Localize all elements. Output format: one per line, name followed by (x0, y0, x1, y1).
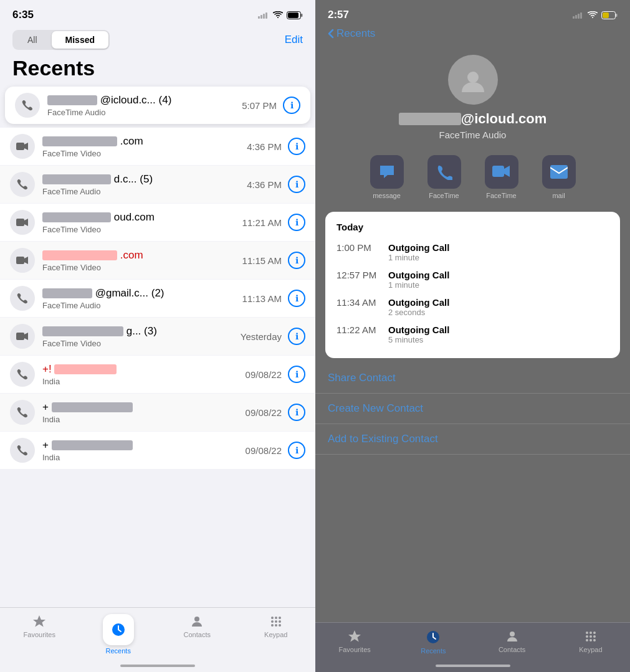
signal-icon (258, 11, 269, 19)
clock-icon-left (110, 622, 126, 638)
history-item-2: 12:57 PM Outgoing Call 1 minute (336, 266, 609, 293)
phone-icon-3 (16, 178, 29, 191)
tab-label-key-right: Keypad (579, 646, 602, 653)
call-item-4[interactable]: oud.com FaceTime Video 11:21 AM (0, 204, 315, 241)
tab-contacts-left[interactable]: Contacts (175, 614, 219, 655)
history-title-1: Outgoing Call (388, 242, 609, 253)
info-btn-2[interactable] (288, 138, 305, 155)
keypad-icon-right (583, 629, 598, 644)
svg-rect-25 (580, 12, 582, 19)
history-duration-2: 1 minute (388, 280, 609, 290)
tab-label-fav-right: Favourites (338, 646, 370, 653)
call-item-3[interactable]: d.c... (5) FaceTime Audio 4:36 PM (0, 166, 315, 203)
action-label-message: message (373, 192, 401, 199)
history-section: Today (336, 222, 609, 232)
action-label-mail: mail (552, 192, 565, 199)
svg-rect-30 (492, 166, 504, 177)
history-time-4: 11:22 AM (336, 324, 383, 335)
chevron-left-icon (328, 29, 334, 39)
create-contact-link[interactable]: Create New Contact (315, 394, 630, 424)
svg-rect-8 (16, 219, 24, 226)
history-title-4: Outgoing Call (388, 324, 609, 335)
segment-all[interactable]: All (14, 31, 51, 49)
history-item-3: 11:34 AM Outgoing Call 2 seconds (336, 293, 609, 321)
keypad-icon-left (269, 614, 284, 629)
call-info-2: .com FaceTime Video (42, 135, 247, 158)
tab-keypad-right[interactable]: Keypad (569, 629, 613, 655)
segment-row: All Missed Edit (0, 25, 315, 54)
info-btn-7[interactable] (288, 328, 305, 345)
back-button[interactable]: Recents (328, 27, 375, 40)
svg-point-13 (271, 617, 274, 619)
back-nav: Recents (315, 25, 630, 45)
call-item-6[interactable]: @gmail.c... (2) FaceTime Audio 11:13 AM (0, 280, 315, 317)
call-item-2[interactable]: .com FaceTime Video 4:36 PM (0, 128, 315, 165)
svg-point-37 (586, 635, 588, 638)
info-button[interactable] (283, 97, 300, 114)
person-icon-left (189, 614, 204, 629)
call-item-10[interactable]: + India 09/08/22 (0, 432, 315, 469)
svg-rect-22 (573, 16, 575, 19)
tab-contacts-right[interactable]: Contacts (490, 629, 534, 655)
tab-label-con-right: Contacts (499, 646, 525, 653)
call-item-5[interactable]: .com FaceTime Video 11:15 AM (0, 242, 315, 279)
edit-button[interactable]: Edit (285, 34, 303, 46)
action-message[interactable]: message (362, 155, 412, 199)
svg-point-12 (194, 617, 199, 622)
mail-icon (550, 165, 568, 179)
segment-missed[interactable]: Missed (52, 31, 108, 49)
tab-favourites-right[interactable]: Favourites (333, 629, 376, 655)
svg-point-15 (279, 617, 281, 619)
call-item-9[interactable]: + India 09/08/22 (0, 394, 315, 431)
star-icon-right (347, 629, 362, 644)
tab-bar-left: Favourites Recents Contacts (0, 607, 315, 672)
call-item-7[interactable]: g... (3) FaceTime Video Yesterday (0, 318, 315, 355)
svg-rect-23 (575, 15, 577, 19)
call-info-highlighted: @icloud.c... (4) FaceTime Audio (47, 94, 242, 117)
share-contact-link[interactable]: Share Contact (315, 363, 630, 394)
contact-subtype: FaceTime Audio (439, 130, 507, 140)
info-btn-5[interactable] (288, 252, 305, 269)
info-btn-9[interactable] (288, 404, 305, 421)
add-existing-contact-link[interactable]: Add to Existing Contact (315, 424, 630, 455)
tab-favourites-left[interactable]: Favourites (17, 614, 61, 655)
svg-point-40 (586, 639, 588, 641)
svg-point-34 (586, 632, 588, 634)
info-btn-6[interactable] (288, 290, 305, 307)
history-time-1: 1:00 PM (336, 242, 383, 253)
call-icon-wrap (15, 93, 40, 118)
svg-rect-9 (16, 257, 24, 264)
info-btn-4[interactable] (288, 214, 305, 231)
call-item-highlighted[interactable]: @icloud.c... (4) FaceTime Audio 5:07 PM (5, 87, 310, 124)
action-mail[interactable]: mail (534, 155, 584, 199)
phone-icon-10 (16, 444, 29, 457)
info-btn-3[interactable] (288, 176, 305, 193)
svg-point-29 (467, 72, 479, 83)
video-icon-5 (16, 256, 29, 265)
tab-label-con-left: Contacts (184, 631, 211, 638)
call-name-2: .com (42, 135, 247, 148)
svg-rect-1 (260, 15, 262, 19)
svg-rect-7 (16, 143, 24, 150)
tab-recents-right[interactable]: Recents (411, 629, 455, 655)
status-bar-right: 2:57 (315, 0, 630, 25)
name-blurred (47, 95, 97, 105)
svg-point-18 (279, 620, 281, 623)
action-facetime-video[interactable]: FaceTime (477, 155, 527, 199)
tab-keypad-left[interactable]: Keypad (254, 614, 298, 655)
left-panel: 6:35 Al (0, 0, 315, 672)
svg-rect-27 (616, 14, 618, 17)
tab-recents-left[interactable]: Recents (97, 614, 140, 655)
video-icon-4 (16, 218, 29, 227)
action-facetime-audio[interactable]: FaceTime (419, 155, 469, 199)
call-icon-wrap-2 (10, 134, 35, 159)
svg-rect-6 (288, 12, 298, 18)
back-label: Recents (336, 27, 375, 40)
status-icons-right (573, 11, 618, 19)
contact-header: @icloud.com FaceTime Audio (315, 45, 630, 148)
info-btn-10[interactable] (288, 442, 305, 459)
svg-rect-3 (265, 12, 267, 19)
info-btn-8[interactable] (288, 366, 305, 383)
action-label-facetime2: FaceTime (486, 192, 517, 199)
call-item-8[interactable]: +! India 09/08/22 (0, 356, 315, 393)
